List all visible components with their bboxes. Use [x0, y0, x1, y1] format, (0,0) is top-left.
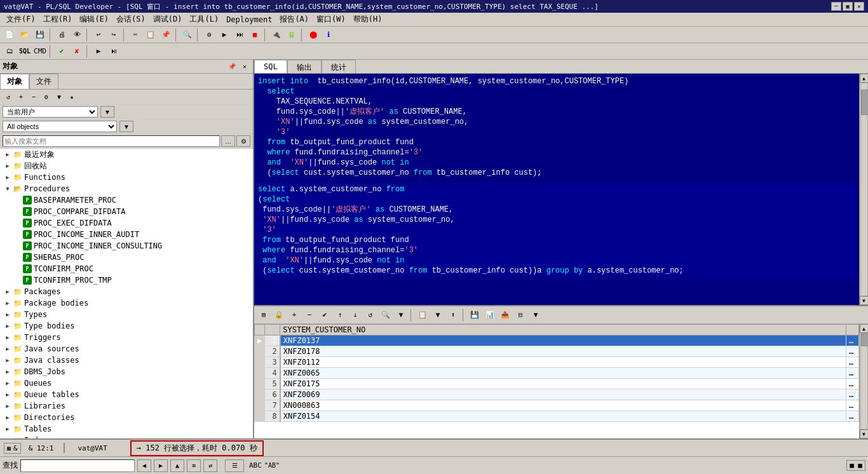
owner-filter[interactable]: 当前用户: [3, 106, 98, 118]
undo-btn[interactable]: ↩: [92, 28, 105, 42]
cols-btn[interactable]: ⊟: [513, 308, 527, 322]
scroll-down-btn[interactable]: ▼: [860, 296, 869, 305]
tree-item-sheras[interactable]: P SHERAS_PROC: [0, 252, 253, 263]
step-btn[interactable]: ⏭: [233, 28, 247, 42]
add-row-btn[interactable]: +: [287, 308, 301, 322]
tree-item-java-classes[interactable]: ▶ 📁 Java classes: [0, 355, 253, 366]
find-btn[interactable]: 🔍: [180, 28, 194, 42]
tree-item-proc-consulting[interactable]: P PROC_INCOME_INNER_CONSULTING: [0, 240, 253, 252]
find-prev-btn[interactable]: ◀: [137, 459, 151, 472]
col-system-customer-no[interactable]: SYSTEM_CUSTOMER_NO: [280, 325, 846, 335]
menu-help[interactable]: 帮助(H): [349, 13, 386, 26]
grid-view-btn[interactable]: ⊞: [257, 308, 271, 322]
tree-item-tconfirm-tmp[interactable]: P TCONFIRM_PROC_TMP: [0, 274, 253, 286]
filter-apply-btn[interactable]: ▼: [100, 106, 114, 118]
filter-data-btn[interactable]: ▼: [394, 308, 408, 322]
tree-item-types[interactable]: ▶ 📁 Types: [0, 309, 253, 320]
tree-item-recycle[interactable]: ▶ 📁 回收站: [0, 160, 253, 172]
tree-item-dbms-jobs[interactable]: ▶ 📁 DBMS_Jobs: [0, 366, 253, 377]
cell-val-5[interactable]: XNFZ0175: [280, 379, 846, 389]
menu-edit[interactable]: 编辑(E): [76, 13, 112, 26]
menu-window[interactable]: 窗口(W): [313, 13, 349, 26]
tab-sql[interactable]: SQL: [254, 60, 287, 73]
find-next-btn[interactable]: ▶: [154, 459, 168, 472]
find-up-btn[interactable]: ▲: [170, 459, 184, 472]
print-btn[interactable]: 🖨: [55, 28, 69, 42]
exec-step-btn[interactable]: ⏯: [107, 44, 121, 58]
tree-item-triggers[interactable]: ▶ 📁 Triggers: [0, 332, 253, 343]
tab-output[interactable]: 输出: [287, 60, 322, 73]
tree-item-proc-exec[interactable]: P PROC_EXEC_DIFDATA: [0, 217, 253, 229]
redo-btn[interactable]: ↪: [107, 28, 121, 42]
cell-val-7[interactable]: XN000863: [280, 400, 846, 411]
menu-deployment[interactable]: Deployment: [222, 14, 276, 25]
tree-item-tconfirm[interactable]: P TCONFIRM_PROC: [0, 263, 253, 274]
exec-btn[interactable]: ▶: [92, 44, 105, 58]
result-scroll-thumb[interactable]: [861, 334, 869, 346]
table-row[interactable]: 7 XN000863 …: [255, 400, 859, 411]
copy-btn[interactable]: 📋: [144, 28, 158, 42]
tree-item-proc-compare[interactable]: P PROC_COMPARE_DIFDATA: [0, 206, 253, 217]
close-panel-button[interactable]: ✕: [239, 61, 250, 72]
chart-btn[interactable]: 📊: [483, 308, 497, 322]
add-btn[interactable]: +: [15, 91, 27, 103]
tree-item-libraries[interactable]: ▶ 📁 Libraries: [0, 400, 253, 412]
run-btn[interactable]: ▶: [217, 28, 231, 42]
table-row[interactable]: 2 XNFZ0178 …: [255, 346, 859, 357]
tree-container[interactable]: ▶ 📁 最近对象 ▶ 📁 回收站 ▶ 📁 Functions ▼ 📂 Proce…: [0, 149, 253, 438]
tree-item-package-bodies[interactable]: ▶ 📁 Package bodies: [0, 297, 253, 309]
result-scroll-up[interactable]: ▲: [860, 324, 869, 333]
paste-btn[interactable]: 📌: [159, 28, 173, 42]
star-btn[interactable]: ★: [66, 91, 78, 103]
search-data-btn[interactable]: 🔍: [379, 308, 393, 322]
tree-item-type-bodies[interactable]: ▶ 📁 Type bodies: [0, 320, 253, 332]
tree-item-proc-income-audit[interactable]: P PROC_INCOME_INNER_AUDIT: [0, 229, 253, 240]
scroll-track[interactable]: [860, 83, 868, 296]
copy-data-btn[interactable]: 📋: [416, 308, 430, 322]
del-row-btn[interactable]: −: [302, 308, 316, 322]
save-data-btn[interactable]: 💾: [468, 308, 482, 322]
table-row[interactable]: 6 XNFZ0069 …: [255, 389, 859, 400]
save-btn[interactable]: 💾: [33, 28, 47, 42]
sort-desc-btn[interactable]: ↓: [348, 308, 362, 322]
tree-item-indexes[interactable]: ▶ 📁 Indexes: [0, 435, 253, 438]
tree-item-packages[interactable]: ▶ 📁 Packages: [0, 286, 253, 297]
close-button[interactable]: ✕: [854, 2, 864, 11]
menu-tools[interactable]: 工具(L): [186, 13, 222, 26]
object-filter-apply-btn[interactable]: ▼: [119, 121, 133, 132]
table-row[interactable]: 8 XNFZ0154 …: [255, 411, 859, 422]
tree-item-recent[interactable]: ▶ 📁 最近对象: [0, 149, 253, 160]
preview-btn[interactable]: 👁: [70, 28, 84, 42]
cell-val-6[interactable]: XNFZ0069: [280, 389, 846, 400]
more-btn[interactable]: ▼: [529, 308, 543, 322]
restore-button[interactable]: ▣: [843, 2, 853, 11]
open-btn[interactable]: 📂: [18, 28, 32, 42]
cmd-btn[interactable]: CMD: [33, 44, 47, 58]
check-btn[interactable]: ✔: [318, 308, 332, 322]
result-table-container[interactable]: SYSTEM_CUSTOMER_NO ▶ 1 XNFZ0137 …: [254, 324, 859, 438]
tree-item-java-sources[interactable]: ▶ 📁 Java sources: [0, 343, 253, 355]
disconnect-btn[interactable]: 🔋: [285, 28, 299, 42]
menu-session[interactable]: 会话(S): [112, 13, 149, 26]
result-scrollbar[interactable]: ▲ ▼: [859, 324, 868, 438]
remove-btn[interactable]: −: [28, 91, 39, 103]
tab-stats[interactable]: 统计: [322, 60, 356, 73]
table-row[interactable]: 4 XNFZ0065 …: [255, 368, 859, 379]
stop-btn[interactable]: ■: [248, 28, 262, 42]
table-row[interactable]: 3 XNFZ0112 …: [255, 357, 859, 368]
tab-file[interactable]: 文件: [29, 74, 58, 89]
pin-button[interactable]: 📌: [226, 61, 238, 72]
search-input[interactable]: [3, 135, 220, 147]
blue-circle-btn[interactable]: ℹ: [322, 28, 336, 42]
tree-item-directories[interactable]: ▶ 📁 Directories: [0, 412, 253, 423]
find-replace-btn[interactable]: ⇄: [203, 459, 217, 472]
menu-report[interactable]: 报告(A): [276, 13, 313, 26]
search-options-btn[interactable]: ⚙: [236, 135, 250, 147]
result-scroll-track[interactable]: [860, 333, 868, 430]
scroll-up-btn[interactable]: ▲: [860, 74, 869, 83]
cell-val-8[interactable]: XNFZ0154: [280, 411, 846, 422]
lock-btn[interactable]: 🔒: [272, 308, 286, 322]
tree-item-procedures[interactable]: ▼ 📂 Procedures: [0, 183, 253, 194]
tree-item-tables[interactable]: ▶ 📁 Tables: [0, 423, 253, 435]
connect-btn[interactable]: 🔌: [269, 28, 283, 42]
